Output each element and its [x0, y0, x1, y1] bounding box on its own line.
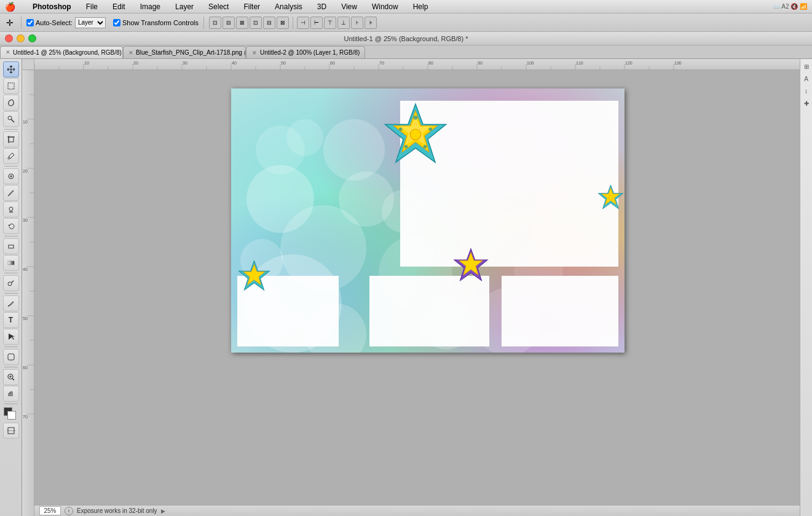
- menu-select[interactable]: Select: [206, 1, 231, 12]
- window-controls: [5, 34, 36, 42]
- transform-controls-checkbox[interactable]: [113, 19, 120, 26]
- tool-type[interactable]: T: [3, 312, 19, 328]
- tool-pen[interactable]: [3, 295, 19, 311]
- close-button[interactable]: [5, 34, 13, 42]
- tool-select-rect[interactable]: [3, 78, 19, 94]
- zoom-display[interactable]: 25%: [39, 506, 61, 515]
- document-canvas: [231, 88, 625, 353]
- tool-history-brush[interactable]: [3, 218, 19, 234]
- tool-brush[interactable]: [3, 185, 19, 201]
- svg-text:110: 110: [576, 61, 583, 65]
- menu-view[interactable]: View: [339, 1, 360, 12]
- move-tool-icon[interactable]: ✛: [4, 17, 16, 29]
- tabs-bar: ✕ Untitled-1 @ 25% (Background, RGB/8) ✕…: [0, 45, 812, 59]
- menu-layer[interactable]: Layer: [173, 1, 196, 12]
- auto-select-checkbox[interactable]: [26, 19, 34, 26]
- svg-rect-114: [369, 276, 489, 346]
- tool-magic-wand[interactable]: [3, 111, 19, 127]
- ruler-left: 10203040506070: [22, 70, 34, 516]
- tool-shape[interactable]: [3, 349, 19, 365]
- ruler-corner: [22, 59, 34, 70]
- tool-move[interactable]: [3, 61, 19, 77]
- tool-gradient[interactable]: [3, 255, 19, 271]
- tool-screen-mode[interactable]: [3, 423, 19, 439]
- menu-bar: 🍎 Photoshop File Edit Image Layer Select…: [0, 0, 812, 14]
- tab-untitled1[interactable]: ✕ Untitled-1 @ 25% (Background, RGB/8): [0, 46, 123, 58]
- tool-crop[interactable]: [3, 131, 19, 147]
- menu-file[interactable]: File: [84, 1, 100, 12]
- starfish-small-topright: [597, 184, 625, 211]
- svg-point-6: [8, 157, 10, 159]
- panel-icon-1[interactable]: ⊞: [802, 61, 811, 71]
- tool-heal[interactable]: [3, 168, 19, 184]
- panel-icon-4[interactable]: ✚: [802, 98, 811, 108]
- menu-filter[interactable]: Filter: [241, 1, 262, 12]
- svg-text:80: 80: [428, 61, 433, 65]
- align-top-icon[interactable]: ⊡: [250, 17, 262, 29]
- panel-icon-3[interactable]: ↕: [802, 86, 811, 96]
- svg-rect-13: [9, 245, 14, 248]
- fg-bg-color[interactable]: [4, 407, 18, 421]
- tool-separator-1: [4, 129, 18, 130]
- status-info-icon[interactable]: i: [65, 507, 73, 515]
- tool-stamp[interactable]: [3, 201, 19, 217]
- tool-separator-6: [4, 346, 18, 347]
- tab-close-icon-1[interactable]: ✕: [6, 49, 10, 55]
- svg-text:130: 130: [674, 61, 682, 65]
- align-right-icon[interactable]: ⊠: [236, 17, 248, 29]
- svg-point-15: [8, 282, 12, 286]
- show-transform-controls-text: Show Transform Controls: [122, 19, 199, 26]
- transform-icons-group: ⊡ ⊟ ⊠ ⊡ ⊟ ⊠ ⊣ ⊢ ⊤ ⊥ ⊦ ⊧: [209, 17, 377, 29]
- menu-analysis[interactable]: Analysis: [272, 1, 305, 12]
- menu-help[interactable]: Help: [411, 1, 431, 12]
- svg-point-123: [404, 145, 408, 149]
- svg-text:50: 50: [23, 316, 28, 321]
- tool-zoom[interactable]: [3, 369, 19, 385]
- menu-3d[interactable]: 3D: [315, 1, 329, 12]
- apple-logo-icon[interactable]: 🍎: [5, 2, 15, 12]
- svg-point-121: [428, 127, 432, 131]
- menu-image[interactable]: Image: [138, 1, 163, 12]
- svg-point-10: [9, 207, 13, 211]
- tool-lasso[interactable]: [3, 95, 19, 111]
- distribute-right-icon[interactable]: ⊤: [324, 17, 336, 29]
- distribute-bottom-icon[interactable]: ⊧: [365, 17, 377, 29]
- tool-hand[interactable]: [3, 386, 19, 402]
- tab-close-icon-3[interactable]: ✕: [251, 50, 258, 56]
- svg-point-133: [468, 262, 474, 268]
- svg-text:40: 40: [23, 267, 28, 272]
- panel-icon-2[interactable]: A: [802, 74, 811, 84]
- tab-close-icon-2[interactable]: ✕: [128, 50, 133, 56]
- tool-eyedropper[interactable]: [3, 148, 19, 164]
- auto-select-dropdown[interactable]: Layer Group: [75, 17, 106, 28]
- distribute-left-icon[interactable]: ⊣: [297, 17, 309, 29]
- distribute-center-v-icon[interactable]: ⊦: [351, 17, 363, 29]
- svg-text:50: 50: [281, 61, 286, 65]
- tool-dodge[interactable]: [3, 275, 19, 291]
- align-center-v-icon[interactable]: ⊟: [263, 17, 275, 29]
- starfish-small-bottomleft: [237, 259, 271, 293]
- tab-untitled2[interactable]: ✕ Untitled-2 @ 100% (Layer 1, RGB/8): [246, 46, 365, 58]
- starfish-medium-bottom: [452, 247, 489, 284]
- status-expand-arrow[interactable]: ▶: [161, 508, 165, 514]
- ruler-left-svg: 10203040506070: [22, 70, 34, 500]
- toolbar: ✛ Auto-Select: Layer Group Show Transfor…: [0, 14, 812, 32]
- distribute-top-icon[interactable]: ⊥: [337, 17, 350, 29]
- right-panel: ⊞ A ↕ ✚: [800, 59, 812, 516]
- menu-window[interactable]: Window: [369, 1, 401, 12]
- canvas-area: 102030405060708090100110120130 102030405…: [22, 59, 800, 516]
- menu-edit[interactable]: Edit: [110, 1, 128, 12]
- menu-photoshop[interactable]: Photoshop: [30, 1, 74, 12]
- minimize-button[interactable]: [17, 34, 25, 42]
- align-center-h-icon[interactable]: ⊟: [223, 17, 235, 29]
- svg-text:20: 20: [23, 169, 28, 173]
- align-bottom-icon[interactable]: ⊠: [277, 17, 289, 29]
- align-left-icon[interactable]: ⊡: [209, 17, 221, 29]
- tool-path-select[interactable]: [3, 329, 19, 345]
- svg-point-17: [8, 305, 9, 307]
- tool-eraser[interactable]: [3, 238, 19, 254]
- ruler-top: 102030405060708090100110120130: [34, 59, 800, 70]
- maximize-button[interactable]: [28, 34, 36, 42]
- distribute-center-h-icon[interactable]: ⊢: [310, 17, 323, 29]
- tab-starfish[interactable]: ✕ Blue_Starfish_PNG_Clip_Art-1718.png @ …: [123, 46, 246, 58]
